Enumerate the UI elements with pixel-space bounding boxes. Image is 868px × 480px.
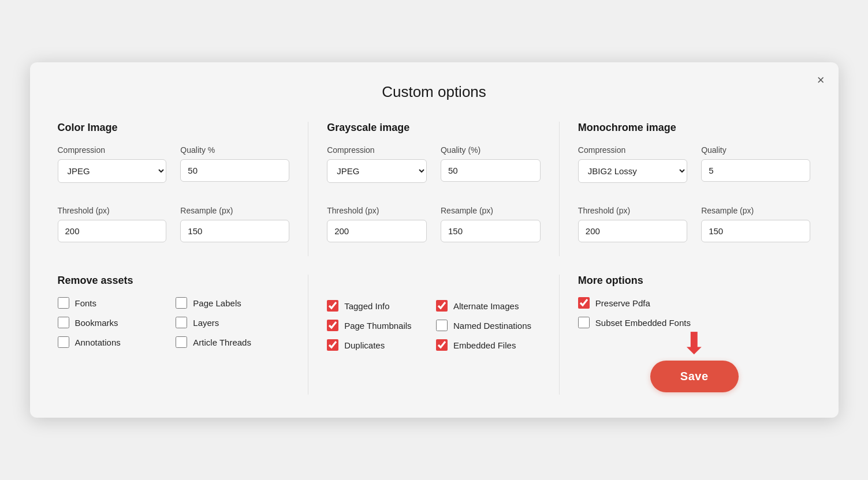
checkbox-fonts-input[interactable] — [58, 297, 69, 309]
checkbox-preserve-pdfa-input[interactable] — [578, 297, 590, 309]
checkbox-subset-embedded-fonts-label: Subset Embedded Fonts — [595, 318, 691, 328]
close-button[interactable]: × — [817, 74, 825, 87]
color-resample-label: Resample (px) — [180, 206, 289, 215]
color-compression-field: Compression JPEG ZIP LZW None — [58, 145, 167, 183]
checkbox-embedded-files-input[interactable] — [436, 339, 448, 351]
dialog-title: Custom options — [58, 83, 811, 101]
checkbox-fonts-label: Fonts — [75, 298, 97, 308]
mono-compression-field: Compression JBIG2 Lossy CCITT G4 ZIP Non… — [578, 145, 687, 183]
checkbox-bookmarks-label: Bookmarks — [75, 318, 118, 328]
mono-compression-quality-row: Compression JBIG2 Lossy CCITT G4 ZIP Non… — [578, 145, 811, 183]
middle-assets-section: Tagged Info Alternate Images Page Thumbn… — [308, 275, 560, 395]
checkbox-subset-embedded-fonts-input[interactable] — [578, 317, 590, 328]
down-arrow-icon: ⬇ — [681, 328, 707, 358]
checkbox-layers[interactable]: Layers — [176, 317, 289, 328]
mono-resample-input[interactable] — [701, 220, 810, 242]
gray-quality-field: Quality (%) — [441, 145, 541, 183]
color-resample-field: Resample (px) — [180, 206, 289, 242]
mono-quality-field: Quality — [701, 145, 810, 183]
checkbox-preserve-pdfa-label: Preserve Pdfa — [595, 298, 650, 308]
checkbox-alternate-images-input[interactable] — [436, 300, 448, 312]
checkbox-alternate-images-label: Alternate Images — [453, 301, 519, 311]
color-compression-select[interactable]: JPEG ZIP LZW None — [58, 159, 167, 183]
checkbox-page-labels[interactable]: Page Labels — [176, 297, 289, 309]
checkbox-page-thumbnails-label: Page Thumbnails — [344, 321, 411, 331]
gray-quality-input[interactable] — [441, 159, 541, 182]
more-options-title: More options — [578, 275, 811, 287]
checkbox-layers-input[interactable] — [176, 317, 187, 328]
color-quality-label: Quality % — [180, 145, 289, 155]
gray-threshold-label: Threshold (px) — [327, 206, 427, 215]
checkbox-embedded-files-label: Embedded Files — [453, 340, 516, 350]
mono-threshold-field: Threshold (px) — [578, 206, 687, 242]
checkbox-named-destinations[interactable]: Named Destinations — [436, 320, 541, 331]
checkbox-tagged-info-label: Tagged Info — [344, 301, 389, 311]
checkbox-fonts[interactable]: Fonts — [58, 297, 172, 309]
middle-checkboxes: Tagged Info Alternate Images Page Thumbn… — [327, 300, 541, 351]
bottom-sections: Remove assets Fonts Page Labels Bookmark… — [58, 275, 811, 395]
checkbox-tagged-info-input[interactable] — [327, 300, 338, 312]
color-image-section: Color Image Compression JPEG ZIP LZW Non… — [58, 122, 309, 256]
remove-assets-section: Remove assets Fonts Page Labels Bookmark… — [58, 275, 309, 395]
checkbox-named-destinations-label: Named Destinations — [453, 321, 531, 331]
gray-threshold-resample-row: Threshold (px) Resample (px) — [327, 206, 541, 242]
mono-compression-label: Compression — [578, 145, 687, 155]
checkbox-article-threads-input[interactable] — [176, 336, 187, 348]
color-compression-quality-row: Compression JPEG ZIP LZW None Quality % — [58, 145, 290, 183]
mono-quality-label: Quality — [701, 145, 810, 155]
checkbox-page-labels-label: Page Labels — [193, 298, 241, 308]
checkbox-duplicates-input[interactable] — [327, 339, 338, 351]
color-resample-input[interactable] — [180, 220, 289, 242]
gray-quality-label: Quality (%) — [441, 145, 541, 155]
remove-assets-title: Remove assets — [58, 275, 290, 287]
remove-assets-checkboxes: Fonts Page Labels Bookmarks Layers — [58, 297, 290, 348]
grayscale-image-section: Grayscale image Compression JPEG ZIP LZW… — [308, 122, 560, 256]
gray-resample-input[interactable] — [441, 220, 541, 242]
monochrome-image-section: Monochrome image Compression JBIG2 Lossy… — [560, 122, 811, 256]
gray-resample-label: Resample (px) — [441, 206, 541, 215]
color-threshold-field: Threshold (px) — [58, 206, 167, 242]
checkbox-article-threads-label: Article Threads — [193, 337, 251, 347]
checkbox-duplicates[interactable]: Duplicates — [327, 339, 431, 351]
custom-options-dialog: × Custom options Color Image Compression… — [30, 62, 839, 418]
mono-threshold-resample-row: Threshold (px) Resample (px) — [578, 206, 811, 242]
more-options-checkboxes: Preserve Pdfa Subset Embedded Fonts — [578, 297, 811, 328]
color-threshold-input[interactable] — [58, 220, 167, 242]
color-threshold-label: Threshold (px) — [58, 206, 167, 215]
monochrome-image-title: Monochrome image — [578, 122, 811, 134]
gray-compression-field: Compression JPEG ZIP LZW None — [327, 145, 427, 183]
gray-compression-select[interactable]: JPEG ZIP LZW None — [327, 159, 427, 183]
mono-compression-select[interactable]: JBIG2 Lossy CCITT G4 ZIP None — [578, 159, 687, 183]
checkbox-tagged-info[interactable]: Tagged Info — [327, 300, 431, 312]
color-quality-field: Quality % — [180, 145, 289, 183]
mono-threshold-input[interactable] — [578, 220, 687, 242]
gray-threshold-input[interactable] — [327, 220, 427, 242]
mono-threshold-label: Threshold (px) — [578, 206, 687, 215]
checkbox-annotations[interactable]: Annotations — [58, 336, 172, 348]
grayscale-image-title: Grayscale image — [327, 122, 541, 134]
image-sections: Color Image Compression JPEG ZIP LZW Non… — [58, 122, 811, 256]
mono-quality-input[interactable] — [701, 159, 810, 182]
checkbox-alternate-images[interactable]: Alternate Images — [436, 300, 541, 312]
checkbox-annotations-label: Annotations — [75, 337, 121, 347]
save-button[interactable]: Save — [650, 361, 739, 392]
checkbox-embedded-files[interactable]: Embedded Files — [436, 339, 541, 351]
checkbox-bookmarks-input[interactable] — [58, 317, 69, 328]
color-image-title: Color Image — [58, 122, 290, 134]
checkbox-bookmarks[interactable]: Bookmarks — [58, 317, 172, 328]
checkbox-preserve-pdfa[interactable]: Preserve Pdfa — [578, 297, 811, 309]
checkbox-annotations-input[interactable] — [58, 336, 69, 348]
gray-compression-quality-row: Compression JPEG ZIP LZW None Quality (%… — [327, 145, 541, 183]
save-area: ⬇ Save — [578, 328, 811, 395]
gray-resample-field: Resample (px) — [441, 206, 541, 242]
mono-resample-label: Resample (px) — [701, 206, 810, 215]
checkbox-page-labels-input[interactable] — [176, 297, 187, 309]
checkbox-named-destinations-input[interactable] — [436, 320, 448, 331]
color-quality-input[interactable] — [180, 159, 289, 182]
gray-compression-label: Compression — [327, 145, 427, 155]
gray-threshold-field: Threshold (px) — [327, 206, 427, 242]
checkbox-page-thumbnails-input[interactable] — [327, 320, 338, 331]
checkbox-page-thumbnails[interactable]: Page Thumbnails — [327, 320, 431, 331]
mono-resample-field: Resample (px) — [701, 206, 810, 242]
checkbox-article-threads[interactable]: Article Threads — [176, 336, 289, 348]
